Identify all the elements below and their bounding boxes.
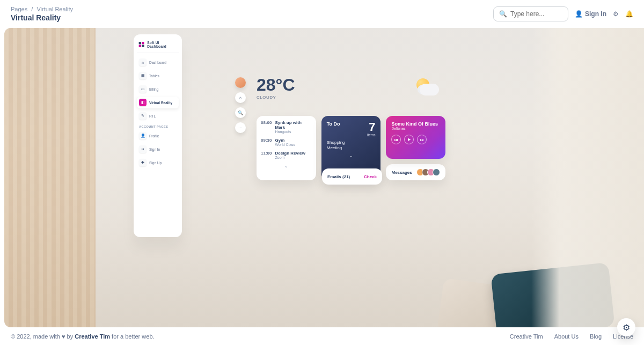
bell-icon[interactable]: 🔔 bbox=[625, 10, 633, 18]
todo-task: Shopping Meeting bbox=[327, 140, 376, 151]
breadcrumb-sep: / bbox=[31, 6, 33, 12]
sidebar-item-label: Dashboard bbox=[149, 61, 166, 64]
play-button[interactable]: ▶ bbox=[404, 135, 414, 144]
sidebar-item-label: Profile bbox=[149, 134, 159, 138]
breadcrumb: Pages / Virtual Reality bbox=[11, 6, 73, 12]
vr-action-col: ⌂ 🔍 ⋯ bbox=[235, 77, 246, 133]
signin-link[interactable]: 👤 Sign In bbox=[575, 10, 606, 18]
messages-avatars bbox=[416, 168, 440, 176]
weather-widget: 28°C CLOUDY bbox=[257, 75, 295, 100]
footer-text: © 2022, made with bbox=[11, 333, 62, 340]
footer-copyright: © 2022, made with ♥ by Creative Tim for … bbox=[11, 333, 155, 340]
schedule-title: Design Review bbox=[275, 151, 305, 156]
breadcrumb-current: Virtual Reality bbox=[36, 6, 73, 12]
sidebar-item-label: RTL bbox=[149, 114, 156, 118]
brand[interactable]: Soft UI Dashboard bbox=[137, 39, 179, 53]
sidebar-item-billing[interactable]: ▭Billing bbox=[137, 83, 179, 95]
signup-icon: ✚ bbox=[139, 159, 147, 166]
breadcrumb-wrap: Pages / Virtual Reality Virtual Reality bbox=[11, 6, 73, 22]
music-artist: Deftones bbox=[391, 127, 440, 130]
schedule-time: 08:00 bbox=[261, 120, 272, 134]
schedule-time: 09:30 bbox=[261, 138, 272, 146]
user-icon: 👤 bbox=[575, 10, 583, 18]
emails-card[interactable]: Emails (21) Check bbox=[322, 168, 382, 185]
sidebar-item-profile[interactable]: 👤Profile bbox=[137, 130, 179, 142]
right-column: Some Kind Of Blues Deftones ⏮ ▶ ⏭ Messag… bbox=[386, 116, 445, 180]
more-button[interactable]: ⋯ bbox=[235, 122, 246, 133]
signin-label: Sign In bbox=[585, 10, 606, 18]
footer-link-about[interactable]: About Us bbox=[554, 333, 579, 340]
sidebar-item-label: Sign In bbox=[149, 148, 160, 151]
search-icon: 🔍 bbox=[499, 10, 507, 18]
schedule-sub: Hangouts bbox=[275, 130, 311, 134]
weather-condition: CLOUDY bbox=[257, 95, 295, 100]
schedule-expand[interactable]: ⌄ bbox=[261, 164, 312, 168]
vr-icon: ◧ bbox=[139, 99, 147, 106]
breadcrumb-root[interactable]: Pages bbox=[11, 6, 27, 12]
svg-rect-0 bbox=[139, 42, 141, 44]
schedule-row[interactable]: 11:00 Design ReviewZoom bbox=[261, 151, 312, 159]
schedule-row[interactable]: 09:30 GymWorld Class bbox=[261, 138, 312, 146]
sidebar: Soft UI Dashboard ⌂Dashboard ▦Tables ▭Bi… bbox=[134, 34, 182, 237]
svg-rect-2 bbox=[139, 45, 141, 47]
avatar[interactable] bbox=[235, 77, 246, 88]
temperature: 28°C bbox=[257, 75, 295, 95]
rtl-icon: ✎ bbox=[139, 112, 147, 120]
todo-expand[interactable]: ⌄ bbox=[327, 153, 376, 158]
emails-label: Emails (21) bbox=[327, 174, 350, 179]
footer-link-blog[interactable]: Blog bbox=[590, 333, 602, 340]
sidebar-section-label: ACCOUNT PAGES bbox=[139, 125, 179, 128]
gear-icon: ⚙ bbox=[623, 322, 630, 333]
sidebar-item-label: Tables bbox=[149, 74, 159, 78]
messages-card[interactable]: Messages bbox=[386, 164, 445, 180]
sidebar-nav: ⌂Dashboard ▦Tables ▭Billing ◧Virtual Rea… bbox=[137, 56, 179, 168]
svg-rect-3 bbox=[142, 45, 144, 47]
footer-link-creative-tim[interactable]: Creative Tim bbox=[510, 333, 543, 340]
schedule-title: Gym bbox=[275, 138, 295, 143]
prev-button[interactable]: ⏮ bbox=[391, 135, 401, 144]
footer-links: Creative Tim About Us Blog License bbox=[500, 333, 633, 340]
schedule-time: 11:00 bbox=[261, 151, 272, 159]
music-controls: ⏮ ▶ ⏭ bbox=[391, 135, 440, 144]
weather-icon bbox=[412, 77, 439, 99]
svg-rect-1 bbox=[142, 42, 144, 44]
sidebar-item-dashboard[interactable]: ⌂Dashboard bbox=[137, 56, 179, 68]
schedule-row[interactable]: 08:00 Synk up with MarkHangouts bbox=[261, 120, 312, 134]
sidebar-item-rtl[interactable]: ✎RTL bbox=[137, 110, 179, 122]
top-right: 🔍 👤 Sign In ⚙ 🔔 bbox=[493, 6, 633, 21]
todo-count: 7 bbox=[367, 121, 376, 133]
footer: © 2022, made with ♥ by Creative Tim for … bbox=[0, 327, 644, 345]
brand-text: Soft UI Dashboard bbox=[147, 41, 178, 48]
home-button[interactable]: ⌂ bbox=[235, 92, 246, 103]
tables-icon: ▦ bbox=[139, 72, 147, 79]
schedule-card: 08:00 Synk up with MarkHangouts 09:30 Gy… bbox=[257, 116, 316, 180]
music-card: Some Kind Of Blues Deftones ⏮ ▶ ⏭ bbox=[386, 116, 445, 159]
page-title: Virtual Reality bbox=[11, 13, 73, 22]
next-button[interactable]: ⏭ bbox=[417, 135, 427, 144]
topbar: Pages / Virtual Reality Virtual Reality … bbox=[0, 0, 644, 28]
footer-brand[interactable]: Creative Tim bbox=[75, 333, 110, 340]
sidebar-item-tables[interactable]: ▦Tables bbox=[137, 70, 179, 82]
settings-fab[interactable]: ⚙ bbox=[617, 318, 635, 336]
search-button[interactable]: 🔍 bbox=[235, 107, 246, 118]
sidebar-item-signin[interactable]: ➜Sign In bbox=[137, 143, 179, 155]
schedule-title: Synk up with Mark bbox=[275, 120, 311, 130]
search-input[interactable] bbox=[510, 10, 562, 18]
todo-items-label: Items bbox=[367, 133, 376, 137]
profile-icon: 👤 bbox=[139, 132, 147, 140]
billing-icon: ▭ bbox=[139, 85, 147, 93]
brand-icon bbox=[138, 41, 145, 48]
todo-title: To Do bbox=[327, 121, 340, 127]
todo-header: To Do 7 Items bbox=[327, 121, 376, 137]
music-song: Some Kind Of Blues bbox=[391, 121, 440, 127]
schedule-sub: Zoom bbox=[275, 156, 305, 159]
sidebar-item-label: Sign Up bbox=[149, 161, 162, 165]
signin-icon: ➜ bbox=[139, 145, 147, 153]
search-box[interactable]: 🔍 bbox=[493, 6, 568, 21]
decor-pillow-dark bbox=[491, 262, 614, 327]
gear-icon[interactable]: ⚙ bbox=[613, 10, 619, 18]
sidebar-item-virtual-reality[interactable]: ◧Virtual Reality bbox=[137, 97, 179, 108]
sidebar-item-signup[interactable]: ✚Sign Up bbox=[137, 157, 179, 168]
emails-check-link[interactable]: Check bbox=[364, 174, 377, 179]
footer-text: for a better web. bbox=[110, 333, 155, 340]
